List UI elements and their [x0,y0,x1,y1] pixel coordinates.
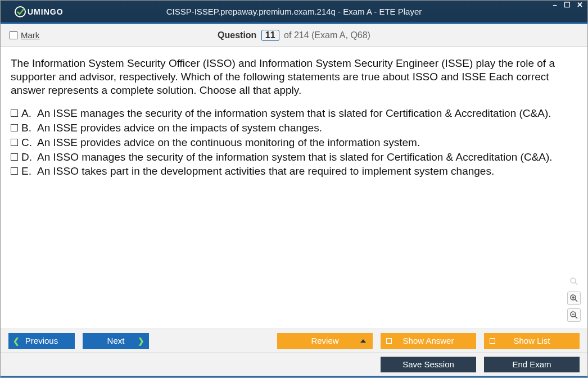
mark-checkbox-wrap[interactable]: Mark [10,30,39,40]
choice-letter: A. [21,107,34,120]
mark-label: Mark [21,30,39,40]
choice-text: An ISSE provides advice on the impacts o… [37,121,577,135]
search-icon[interactable] [567,275,581,288]
question-word: Question [218,30,256,40]
window-title: CISSP-ISSEP.prepaway.premium.exam.214q -… [1,7,587,16]
review-button[interactable]: Review [277,333,373,349]
square-icon [490,338,495,344]
mark-checkbox[interactable] [10,31,17,39]
answer-choice[interactable]: B.An ISSE provides advice on the impacts… [11,121,577,135]
review-label: Review [311,336,338,345]
choice-letter: C. [21,136,34,149]
show-answer-label: Show Answer [403,336,454,345]
brand-text: UMINGO [28,7,64,16]
answer-choice[interactable]: E.An ISSO takes part in the development … [11,165,577,178]
question-number-box[interactable]: 11 [261,30,279,41]
answer-choice[interactable]: D.An ISSO manages the security of the in… [11,151,577,164]
choice-letter: E. [21,165,34,178]
choice-checkbox[interactable] [11,139,18,146]
question-stem: The Information System Security Officer … [11,57,577,97]
question-content: The Information System Security Officer … [1,47,587,329]
answer-choices: A.An ISSE manages the security of the in… [11,107,577,178]
end-exam-button[interactable]: End Exam [484,357,580,372]
next-button[interactable]: Next ❯ [83,333,149,349]
svg-line-2 [575,283,577,285]
app-logo: UMINGO [14,6,64,18]
choice-letter: D. [21,151,34,164]
question-header: Mark Question 11 of 214 (Exam A, Q68) [1,24,587,47]
choice-text: An ISSO takes part in the development ac… [37,165,577,178]
session-button-bar: Save Session End Exam [1,352,587,376]
show-answer-button[interactable]: Show Answer [381,333,476,349]
choice-text: An ISSE provides advice on the continuou… [37,136,577,149]
window-controls: – ☐ ✕ [550,2,584,10]
close-icon[interactable]: ✕ [575,2,584,10]
choice-checkbox[interactable] [11,124,18,131]
show-list-button[interactable]: Show List [484,333,580,349]
minimize-icon[interactable]: – [550,2,559,10]
svg-point-1 [571,278,576,283]
answer-choice[interactable]: C.An ISSE provides advice on the continu… [11,136,577,149]
answer-choice[interactable]: A.An ISSE manages the security of the in… [11,107,577,120]
choice-text: An ISSE manages the security of the info… [37,107,577,120]
choice-checkbox[interactable] [11,153,18,161]
previous-label: Previous [25,336,58,345]
show-list-label: Show List [513,336,550,345]
maximize-icon[interactable]: ☐ [563,2,572,10]
svg-line-4 [575,299,577,302]
next-label: Next [107,336,125,345]
bottom-accent [1,376,587,377]
nav-button-bar: ❮ Previous Next ❯ Review Show Answer Sho… [1,329,587,352]
choice-letter: B. [21,121,34,135]
choice-text: An ISSO manages the security of the info… [37,151,577,164]
checkmark-icon [14,6,26,18]
svg-line-8 [575,316,577,318]
question-counter: Question 11 of 214 (Exam A, Q68) [1,30,587,41]
zoom-controls [567,275,581,322]
zoom-in-icon[interactable] [567,292,581,305]
choice-checkbox[interactable] [11,167,18,175]
triangle-up-icon [360,339,366,343]
title-bar: UMINGO CISSP-ISSEP.prepaway.premium.exam… [1,1,587,24]
zoom-out-icon[interactable] [567,308,581,322]
chevron-right-icon: ❯ [138,336,144,345]
square-icon [386,338,392,344]
choice-checkbox[interactable] [11,110,18,117]
save-session-button[interactable]: Save Session [381,357,476,372]
question-total: of 214 (Exam A, Q68) [284,30,370,40]
chevron-left-icon: ❮ [13,336,20,345]
previous-button[interactable]: ❮ Previous [8,333,75,349]
